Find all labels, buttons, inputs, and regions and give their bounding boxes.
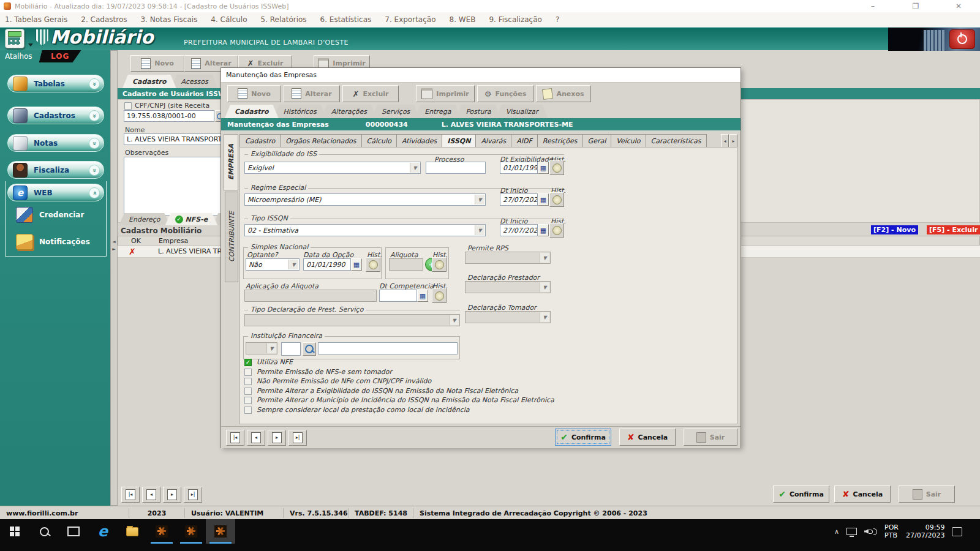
menu-notas-fiscais[interactable]: 3. Notas Fiscais <box>140 15 197 24</box>
local-prestacao-checkbox[interactable] <box>244 407 252 414</box>
taskbar-search-button[interactable] <box>29 519 59 544</box>
instituicao-codigo-input[interactable] <box>281 342 301 356</box>
status-site[interactable]: www.fiorilli.com.br <box>0 508 129 518</box>
tipo-issqn-hist-button[interactable] <box>549 223 564 238</box>
expand-right-icon[interactable]: ► <box>111 247 116 252</box>
notification-center-icon[interactable] <box>952 527 962 536</box>
itab-cadastro[interactable]: Cadastro <box>239 134 281 148</box>
chevron-down-icon[interactable]: » <box>89 165 100 176</box>
file-explorer-button[interactable] <box>118 519 147 544</box>
menu-exportacao[interactable]: 7. Exportação <box>385 15 435 24</box>
processo-input[interactable] <box>426 162 486 174</box>
tab-log[interactable]: LOG <box>39 50 81 62</box>
tab-acessos[interactable]: Acessos <box>172 75 218 88</box>
dlg-nav-last-button[interactable]: ▸| <box>288 430 307 446</box>
start-button[interactable] <box>0 519 29 544</box>
cpf-input[interactable]: 19.755.038/0001-00 <box>124 110 214 122</box>
calendar-icon[interactable]: ▦ <box>538 162 549 174</box>
menu-cadastros[interactable]: 2. Cadastros <box>81 15 127 24</box>
chevron-down-icon[interactable]: ▼ <box>266 343 276 353</box>
sidebar-item-tabelas[interactable]: Tabelas » <box>7 75 104 92</box>
dlg-novo-button[interactable]: Novo <box>227 85 281 102</box>
tab-endereco[interactable]: Endereço <box>119 213 170 225</box>
simples-hist-button[interactable] <box>366 257 380 272</box>
tab-postura[interactable]: Postura <box>456 105 500 118</box>
power-button[interactable] <box>949 29 975 49</box>
menu-help[interactable]: ? <box>556 15 559 24</box>
dlg-sair-button[interactable]: Sair <box>684 429 737 446</box>
chevron-down-icon[interactable]: ▼ <box>540 282 549 292</box>
tab-visualizar[interactable]: Visualizar <box>496 105 548 118</box>
alterar-exigibilidade-checkbox[interactable] <box>244 388 252 395</box>
grid-col-ok[interactable]: OK <box>131 237 141 245</box>
alterar-municipio-checkbox[interactable] <box>244 397 252 404</box>
instituicao-tipo-combo[interactable]: ▼ <box>246 342 277 354</box>
competencia-hist-button[interactable] <box>432 288 447 303</box>
maximize-button[interactable]: ❐ <box>902 0 930 12</box>
nav-last-button[interactable]: ▸| <box>184 487 202 503</box>
chevron-up-icon[interactable]: » <box>89 187 100 198</box>
itab-aidf[interactable]: AIDF <box>511 134 538 148</box>
declaracao-tomador-combo[interactable]: ▼ <box>465 311 551 323</box>
tab-alteracoes[interactable]: Alterações <box>322 105 377 118</box>
exigibilidade-hist-button[interactable] <box>549 160 564 175</box>
app-confirma-button[interactable]: ✔Confirma <box>773 485 829 503</box>
chevron-down-icon[interactable]: » <box>89 110 100 121</box>
tab-nfse[interactable]: ✓ NFS-e <box>165 213 218 225</box>
itab-alvaras[interactable]: Alvarás <box>476 134 511 148</box>
app-sair-button[interactable]: Sair <box>899 485 955 503</box>
itab-veiculo[interactable]: Veículo <box>611 134 646 148</box>
minimize-button[interactable]: – <box>859 0 887 12</box>
dlg-anexos-button[interactable]: Anexos <box>536 85 591 102</box>
dlg-cancela-button[interactable]: ✘Cancela <box>619 429 676 446</box>
nav-prev-button[interactable]: ◂ <box>142 487 160 503</box>
menu-fiscalizacao[interactable]: 9. Fiscalização <box>489 15 541 24</box>
grid-col-empresa[interactable]: Empresa <box>159 237 188 245</box>
close-button[interactable]: ✕ <box>944 0 973 12</box>
tab-entrega[interactable]: Entrega <box>415 105 461 118</box>
sidebar-splitter[interactable]: ◄ ► <box>110 50 118 506</box>
sidebar-item-cadastros[interactable]: Cadastros » <box>7 107 104 124</box>
regime-combo[interactable]: Microempresário (ME)▼ <box>244 193 486 206</box>
tabs-scroll-right-button[interactable]: ▸ <box>729 134 737 148</box>
itab-caracteristicas[interactable]: Características <box>646 134 707 148</box>
network-icon[interactable] <box>846 528 857 535</box>
dlg-confirma-button[interactable]: ✔Confirma <box>555 429 611 446</box>
chevron-down-icon[interactable]: ▼ <box>540 253 549 263</box>
regime-hist-button[interactable] <box>549 192 564 207</box>
tab-historicos[interactable]: Históricos <box>274 105 326 118</box>
fiorilli-app3-button-active[interactable] <box>206 519 235 544</box>
cpf-checkbox[interactable] <box>124 102 132 110</box>
dlg-imprimir-button[interactable]: Imprimir <box>416 85 475 102</box>
menu-calculo[interactable]: 4. Cálculo <box>211 15 247 24</box>
tipo-declaracao-combo[interactable]: ▼ <box>244 314 460 326</box>
calendar-icon[interactable]: ▦ <box>538 224 549 236</box>
observacoes-textarea[interactable] <box>124 157 225 216</box>
fiorilli-app1-button[interactable] <box>147 519 176 544</box>
itab-geral[interactable]: Geral <box>583 134 612 148</box>
dlg-alterar-button[interactable]: Alterar <box>284 85 340 102</box>
calendar-icon[interactable]: ▦ <box>351 258 362 271</box>
tab-cadastro[interactable]: Cadastro <box>225 105 279 118</box>
sidebar-item-fiscaliza[interactable]: Fiscaliza » <box>7 161 104 179</box>
dialog-titlebar[interactable]: Manutenção das Empresas <box>221 68 741 83</box>
task-view-button[interactable] <box>59 519 88 544</box>
collapse-left-icon[interactable]: ◄ <box>111 239 116 245</box>
tabs-scroll-left-button[interactable]: ◂ <box>721 134 729 148</box>
menu-web[interactable]: 8. WEB <box>450 15 476 24</box>
app-cancela-button[interactable]: ✘Cancela <box>834 485 891 503</box>
calendar-icon[interactable]: ▦ <box>417 290 428 302</box>
dt-competencia-input[interactable] <box>379 290 417 302</box>
regime-dt-input[interactable]: 27/07/2023 <box>500 193 538 206</box>
itab-orgaos-relacionados[interactable]: Orgãos Relacionados <box>281 134 361 148</box>
sidebar-item-web[interactable]: e WEB » <box>7 184 104 201</box>
chevron-down-icon[interactable]: ▼ <box>540 312 549 322</box>
exigibilidade-combo[interactable]: Exigível▼ <box>244 162 421 174</box>
volume-icon[interactable] <box>864 528 877 535</box>
dlg-nav-first-button[interactable]: |◂ <box>226 430 244 446</box>
vtab-empresa[interactable]: EMPRESA <box>224 134 238 190</box>
chevron-down-icon[interactable]: ▼ <box>475 195 484 204</box>
aliquota-input[interactable] <box>389 258 423 271</box>
tipo-issqn-dt-input[interactable]: 27/07/2023 <box>500 224 538 236</box>
menu-tabelas-gerais[interactable]: 1. Tabelas Gerais <box>5 15 67 24</box>
